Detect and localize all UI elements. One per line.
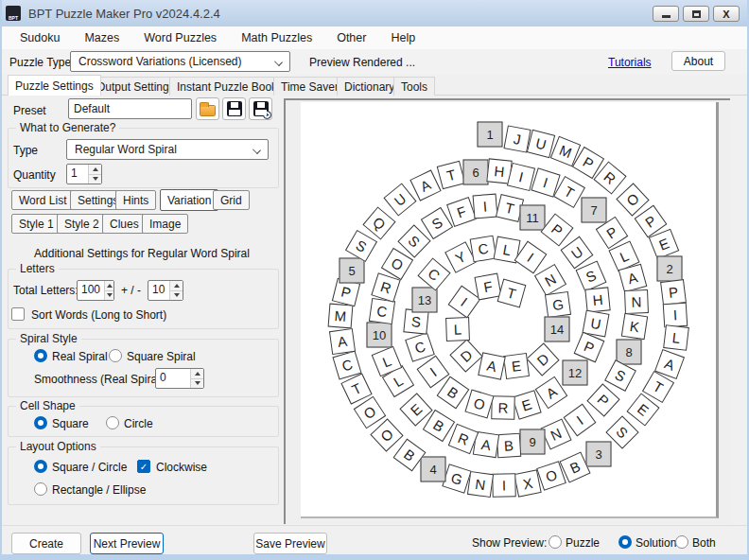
subtab-grid[interactable]: Grid — [213, 190, 250, 210]
save-preset-as-button[interactable]: + — [249, 97, 272, 120]
sort-words-checkbox[interactable] — [11, 307, 25, 321]
show-both-radio[interactable] — [675, 535, 688, 549]
app-icon: BPT — [6, 6, 21, 21]
layout-square-circle-radio[interactable] — [34, 460, 47, 473]
minimize-button[interactable] — [653, 6, 679, 22]
type-combobox[interactable]: Regular Word Spiral — [66, 139, 269, 160]
spin-down-icon[interactable] — [191, 378, 203, 389]
square-spiral-radio[interactable] — [109, 349, 122, 362]
clockwise-checkbox[interactable]: ✓ — [137, 460, 150, 473]
subtab-image[interactable]: Image — [142, 214, 188, 234]
cell-circle-label: Circle — [124, 417, 153, 430]
spiral-style-group: Spiral Style — [8, 339, 279, 397]
spin-down-icon[interactable] — [105, 290, 113, 301]
layout-rectangle-ellipse-radio[interactable] — [34, 482, 47, 496]
spin-up-icon[interactable] — [105, 281, 113, 290]
save-as-icon: + — [253, 101, 269, 116]
quantity-stepper[interactable]: 1 — [66, 164, 102, 184]
layout-rectangle-ellipse-label: Rectangle / Ellipse — [52, 483, 146, 497]
spin-up-icon[interactable] — [191, 369, 203, 378]
plus-icon: + — [263, 111, 271, 119]
plus-minus-value: 10 — [148, 281, 169, 300]
spin-up-icon[interactable] — [89, 165, 101, 174]
show-puzzle-label: Puzzle — [566, 536, 600, 550]
minimize-icon — [662, 15, 671, 18]
additional-settings-title: Additional Settings for Regular Word Spi… — [0, 247, 284, 260]
tab-puzzle-settings[interactable]: Puzzle Settings — [8, 75, 101, 96]
plus-minus-label: + / - — [121, 284, 141, 297]
layout-options-group-label: Layout Options — [16, 440, 100, 453]
window-border-bottom — [0, 554, 749, 560]
type-label: Type — [13, 144, 38, 157]
plus-minus-stepper[interactable]: 10 — [148, 280, 183, 301]
cell-circle-radio[interactable] — [106, 416, 119, 429]
preview-panel — [284, 98, 730, 524]
folder-icon — [200, 105, 216, 116]
show-solution-label: Solution — [636, 536, 676, 550]
show-puzzle-radio[interactable] — [549, 535, 562, 549]
subtab-variation[interactable]: Variation — [160, 189, 218, 211]
close-icon: X — [723, 9, 729, 20]
letters-group-label: Letters — [16, 262, 59, 275]
menu-math-puzzles[interactable]: Math Puzzles — [229, 27, 324, 48]
puzzle-type-combobox[interactable]: Crossword Variations (Licensed) — [70, 51, 290, 72]
subtab-word-list[interactable]: Word List — [11, 190, 74, 210]
spiral-style-group-label: Spiral Style — [16, 332, 81, 345]
subtab-hints[interactable]: Hints — [115, 190, 156, 210]
show-solution-radio[interactable] — [618, 535, 632, 549]
create-button[interactable]: Create — [11, 533, 81, 554]
cell-square-radio[interactable] — [34, 416, 47, 429]
maximize-icon — [692, 10, 701, 18]
save-preview-button[interactable]: Save Preview — [253, 533, 327, 554]
menu-other[interactable]: Other — [324, 27, 378, 48]
tab-time-saver[interactable]: Time Saver — [273, 77, 346, 96]
layout-square-circle-label: Square / Circle — [52, 461, 127, 474]
clockwise-label: Clockwise — [156, 461, 207, 474]
quantity-value: 1 — [67, 165, 88, 184]
save-preset-button[interactable] — [222, 97, 246, 120]
smoothness-label: Smoothness (Real Spiral) — [34, 373, 164, 386]
what-to-generate-label: What to Generate? — [16, 121, 119, 134]
subtab-style-1[interactable]: Style 1 — [11, 214, 61, 234]
menu-sudoku[interactable]: Sudoku — [8, 27, 72, 48]
menu-word-puzzles[interactable]: Word Puzzles — [131, 27, 229, 48]
window-border-left — [0, 0, 2, 560]
real-spiral-radio[interactable] — [34, 349, 47, 362]
spin-up-icon[interactable] — [170, 281, 183, 290]
save-icon — [227, 101, 242, 116]
open-preset-button[interactable] — [196, 97, 219, 120]
square-spiral-label: Square Spiral — [127, 350, 196, 363]
preset-label: Preset — [13, 104, 46, 117]
menu-bar: Sudoku Mazes Word Puzzles Math Puzzles O… — [2, 26, 747, 49]
main-tab-strip: Puzzle Settings Output Settings Instant … — [2, 75, 747, 96]
close-button[interactable]: X — [713, 6, 740, 22]
menu-help[interactable]: Help — [378, 27, 427, 48]
tab-output-settings[interactable]: Output Settings — [89, 77, 183, 96]
total-letters-value: 100 — [78, 281, 104, 300]
tutorials-link[interactable]: Tutorials — [608, 56, 652, 69]
about-button[interactable]: About — [671, 51, 725, 71]
smoothness-value: 0 — [156, 369, 190, 388]
maximize-button[interactable] — [683, 6, 709, 22]
smoothness-stepper[interactable]: 0 — [155, 368, 204, 389]
subtab-style-2[interactable]: Style 2 — [57, 214, 107, 234]
footer-bar: Create Next Preview Save Preview Show Pr… — [2, 525, 747, 554]
menu-mazes[interactable]: Mazes — [72, 27, 131, 48]
tab-tools[interactable]: Tools — [393, 77, 435, 96]
tab-dictionary[interactable]: Dictionary — [337, 77, 402, 96]
sort-words-label: Sort Words (Long to Short) — [31, 308, 166, 322]
show-both-label: Both — [692, 536, 716, 550]
type-value: Regular Word Spiral — [75, 143, 177, 156]
next-preview-button[interactable]: Next Preview — [90, 533, 164, 554]
total-letters-stepper[interactable]: 100 — [77, 280, 114, 301]
tab-instant-puzzle-books[interactable]: Instant Puzzle Books — [169, 77, 290, 96]
show-preview-label: Show Preview: — [472, 536, 547, 550]
spin-down-icon[interactable] — [170, 290, 183, 301]
chevron-down-icon — [253, 146, 261, 154]
spin-down-icon[interactable] — [89, 174, 101, 184]
quantity-label: Quantity — [13, 168, 56, 182]
window-title: BPT Puzzle Maker Pro v2024.4.2.4 — [28, 7, 220, 21]
puzzle-type-bar: Puzzle Type Crossword Variations (Licens… — [2, 49, 747, 75]
preset-input[interactable]: Default — [68, 98, 192, 119]
subtab-clues[interactable]: Clues — [102, 214, 147, 234]
